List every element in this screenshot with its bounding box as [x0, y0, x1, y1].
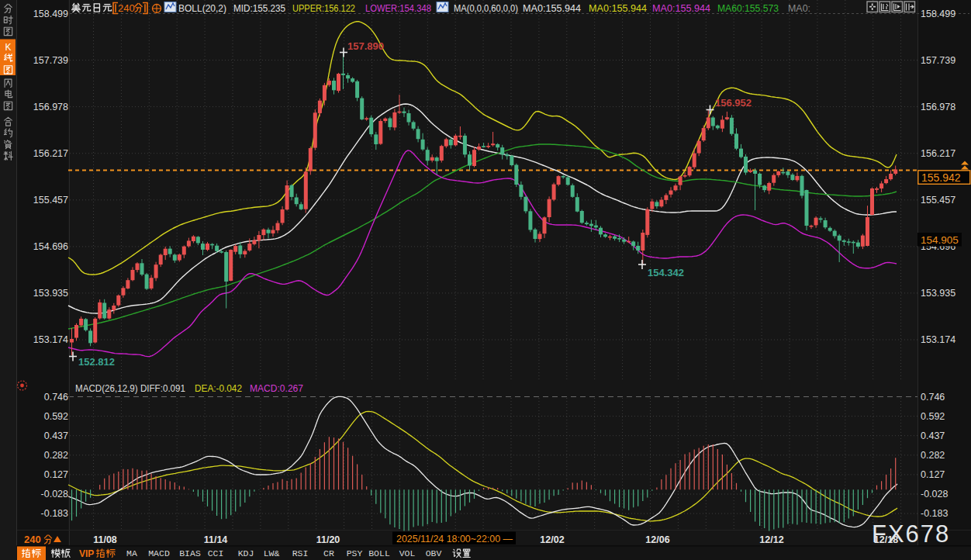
svg-text:VOL: VOL: [399, 548, 416, 558]
svg-text:157.739: 157.739: [33, 55, 68, 66]
svg-text:0.127: 0.127: [921, 469, 945, 480]
svg-text:LOWER:154.348: LOWER:154.348: [365, 3, 431, 14]
svg-text:11/14: 11/14: [204, 534, 228, 545]
svg-text:156.217: 156.217: [33, 148, 68, 159]
svg-text:MA0:: MA0:: [788, 3, 810, 14]
svg-text:153.935: 153.935: [921, 288, 955, 299]
svg-text:-0.028: -0.028: [41, 489, 68, 500]
svg-text:MACD: MACD: [148, 548, 170, 558]
svg-text:BIAS: BIAS: [179, 548, 201, 558]
svg-text:MACD:0.267: MACD:0.267: [250, 383, 303, 394]
svg-text:VIP: VIP: [79, 548, 94, 559]
svg-text:12/06: 12/06: [645, 534, 669, 545]
svg-text:DEA:-0.042: DEA:-0.042: [195, 383, 242, 394]
svg-text:2025/11/24 18:00~22:00 —: 2025/11/24 18:00~22:00 —: [396, 534, 513, 544]
svg-text:0.437: 0.437: [921, 430, 945, 441]
svg-text:240: 240: [118, 2, 135, 14]
svg-text:FX678: FX678: [872, 520, 950, 548]
svg-text:240: 240: [24, 534, 41, 545]
svg-text:-0.028: -0.028: [921, 489, 948, 500]
svg-text:156.978: 156.978: [921, 102, 955, 112]
svg-text:-0.183: -0.183: [921, 508, 948, 519]
svg-text:MA60:155.573: MA60:155.573: [717, 3, 779, 14]
svg-text:157.739: 157.739: [921, 55, 955, 66]
svg-text:12/12: 12/12: [759, 534, 783, 545]
svg-text:0.282: 0.282: [44, 450, 68, 461]
svg-text:K: K: [5, 42, 11, 53]
svg-text:CCI: CCI: [208, 548, 224, 558]
svg-text:153.935: 153.935: [33, 288, 68, 299]
svg-text:154.342: 154.342: [648, 267, 684, 278]
svg-text:MA: MA: [126, 548, 137, 558]
svg-text:BOLL(20,2): BOLL(20,2): [178, 3, 226, 14]
svg-text:MA0:155.944: MA0:155.944: [589, 3, 647, 14]
svg-text:RSI: RSI: [292, 548, 309, 558]
svg-text:0.746: 0.746: [44, 392, 68, 403]
svg-text:0.592: 0.592: [44, 411, 68, 422]
svg-text:LW&: LW&: [264, 548, 280, 558]
svg-text:156.952: 156.952: [715, 97, 752, 109]
svg-text:0.592: 0.592: [921, 411, 945, 422]
svg-text:MID:155.235: MID:155.235: [233, 3, 285, 14]
svg-text:154.905: 154.905: [921, 234, 959, 246]
svg-text:153.174: 153.174: [921, 334, 955, 345]
svg-text:156.217: 156.217: [921, 148, 955, 159]
svg-text:155.457: 155.457: [33, 195, 68, 206]
svg-text:0.127: 0.127: [44, 469, 68, 480]
svg-text:158.499: 158.499: [33, 9, 68, 19]
svg-text:156.978: 156.978: [33, 102, 68, 112]
svg-text:11/08: 11/08: [93, 534, 117, 545]
svg-text:153.174: 153.174: [33, 334, 68, 345]
svg-text:157.890: 157.890: [347, 40, 384, 52]
svg-text:KDJ: KDJ: [238, 548, 254, 558]
svg-text:152.812: 152.812: [78, 356, 115, 368]
svg-text:CR: CR: [323, 548, 334, 558]
svg-text:BOLL: BOLL: [368, 548, 390, 558]
svg-text:158.499: 158.499: [921, 9, 955, 19]
svg-text:0.437: 0.437: [44, 430, 68, 441]
svg-text:154.696: 154.696: [33, 241, 68, 252]
svg-text:0.746: 0.746: [921, 392, 945, 403]
svg-text:MA0:155.944: MA0:155.944: [523, 3, 581, 14]
svg-text:MA0:155.944: MA0:155.944: [652, 3, 710, 14]
svg-text:OBV: OBV: [426, 548, 442, 558]
svg-text:12/02: 12/02: [540, 534, 564, 545]
svg-text:155.942: 155.942: [921, 171, 961, 184]
svg-text:MA(0,0,0,60,0,0): MA(0,0,0,60,0,0): [454, 3, 518, 14]
svg-text:PSY: PSY: [347, 548, 363, 558]
svg-text:11/20: 11/20: [316, 534, 340, 545]
svg-text:155.457: 155.457: [921, 195, 955, 206]
svg-text:-0.183: -0.183: [41, 508, 68, 519]
svg-text:0.282: 0.282: [921, 450, 945, 461]
svg-text:MACD(26,12,9) DIFF:0.091: MACD(26,12,9) DIFF:0.091: [75, 383, 185, 394]
svg-text:UPPER:156.122: UPPER:156.122: [292, 3, 355, 14]
